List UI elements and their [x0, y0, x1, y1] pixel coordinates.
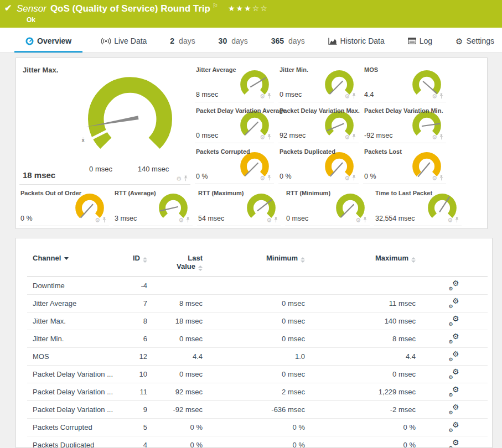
- channel-settings-gears-icon[interactable]: ⚙⚙: [449, 280, 459, 290]
- cell-id: 9: [121, 401, 152, 419]
- channel-settings-gears-icon[interactable]: ⚙⚙: [449, 334, 459, 343]
- channel-settings-gears-icon[interactable]: ⚙⚙: [449, 387, 459, 396]
- channel-row-packets-duplicated[interactable]: Packets Duplicated40 %0 %0 %⚙⚙: [27, 436, 488, 448]
- pin-icon[interactable]: [439, 93, 444, 100]
- cell-maximum: 8 msec: [309, 330, 420, 348]
- gauge-scale-max: 140 msec: [138, 165, 169, 173]
- gear-icon[interactable]: ⚙: [260, 93, 265, 100]
- channel-row-packet-delay-variation[interactable]: Packet Delay Variation ...1192 msec2 mse…: [27, 383, 488, 401]
- channel-row-packet-delay-variation[interactable]: Packet Delay Variation ...9-92 msec-636 …: [27, 401, 488, 419]
- tab-label: Overview: [37, 37, 71, 45]
- cell-last-value: 4.4: [152, 348, 207, 366]
- channel-row-packets-corrupted[interactable]: Packets Corrupted50 %0 %0 %⚙⚙: [27, 419, 488, 436]
- pin-icon[interactable]: [351, 93, 356, 100]
- channel-row-jitter-average[interactable]: Jitter Average78 msec0 msec11 msec⚙⚙: [27, 295, 488, 312]
- gauge-jitter-average[interactable]: Jitter Average8 msec⚙: [195, 61, 274, 102]
- channel-settings-gears-icon[interactable]: ⚙⚙: [449, 404, 459, 414]
- gear-icon[interactable]: ⚙: [344, 93, 350, 100]
- column-header-minimum[interactable]: Minimum: [207, 252, 309, 277]
- gear-icon[interactable]: ⚙: [344, 175, 350, 181]
- gear-icon[interactable]: ⚙: [355, 217, 361, 223]
- gauge-packet-delay-variation-max[interactable]: Packet Delay Variation Max.92 msec⚙: [278, 102, 359, 143]
- cell-last-value: 18 msec: [152, 312, 207, 330]
- channel-settings-gears-icon[interactable]: ⚙⚙: [449, 351, 459, 361]
- gear-icon[interactable]: ⚙: [432, 134, 437, 140]
- tab-historic-data[interactable]: Historic Data: [324, 37, 389, 53]
- pin-icon[interactable]: [439, 175, 444, 182]
- pin-icon[interactable]: [267, 134, 272, 141]
- channel-row-packet-delay-variation[interactable]: Packet Delay Variation ...100 msec0 msec…: [27, 366, 488, 383]
- gauge-packets-lost[interactable]: Packets Lost0 %⚙: [363, 143, 446, 184]
- gauge-mos[interactable]: MOS4.4⚙: [363, 61, 446, 102]
- column-header-maximum[interactable]: Maximum: [309, 252, 420, 277]
- tab-2-days[interactable]: 2days: [165, 37, 199, 53]
- gauge-packets-corrupted[interactable]: Packets Corrupted0 %⚙: [195, 143, 274, 184]
- star-rating[interactable]: ★★★☆☆: [228, 4, 268, 13]
- channel-row-jitter-max[interactable]: Jitter Max.818 msec0 msec140 msec⚙⚙: [27, 312, 488, 330]
- pin-icon[interactable]: [439, 134, 444, 141]
- tab-bar: OverviewLive Data2days30days365daysHisto…: [0, 28, 502, 53]
- gauge-jitter-max[interactable]: Jitter Max. x̄ 0 msec 140 msec 18 msec ⚙: [19, 61, 190, 185]
- pin-icon[interactable]: [351, 134, 356, 141]
- tab-overview[interactable]: Overview: [14, 37, 82, 53]
- column-header-last-value[interactable]: LastValue: [152, 252, 207, 277]
- channel-settings-gears-icon[interactable]: ⚙⚙: [449, 369, 459, 378]
- gear-icon[interactable]: ⚙: [432, 175, 437, 181]
- pin-icon[interactable]: [102, 217, 107, 224]
- gear-icon[interactable]: ⚙: [178, 217, 184, 223]
- cell-minimum: 0 msec: [207, 295, 309, 312]
- gear-icon[interactable]: ⚙: [432, 93, 437, 100]
- cell-channel: Jitter Min.: [27, 330, 121, 348]
- tab-365-days[interactable]: 365days: [267, 37, 309, 53]
- gear-icon[interactable]: ⚙: [176, 176, 182, 182]
- pin-icon[interactable]: [351, 175, 356, 182]
- gear-icon[interactable]: ⚙: [266, 217, 272, 223]
- gauge-packets-duplicated[interactable]: Packets Duplicated0 %⚙: [278, 143, 359, 184]
- gauge-jitter-min[interactable]: Jitter Min.0 msec⚙: [278, 61, 359, 102]
- gear-icon[interactable]: ⚙: [95, 217, 100, 223]
- channel-row-jitter-min[interactable]: Jitter Min.60 msec0 msec8 msec⚙⚙: [27, 330, 488, 348]
- pin-icon[interactable]: [267, 175, 272, 182]
- pin-icon[interactable]: [185, 217, 190, 224]
- column-header-actions: [420, 252, 488, 277]
- pin-icon[interactable]: [267, 93, 272, 100]
- gear-icon[interactable]: ⚙: [260, 134, 265, 140]
- gauge-title: Time to Last Packet: [375, 190, 432, 196]
- channel-row-mos[interactable]: MOS124.41.04.4⚙⚙: [27, 348, 488, 366]
- channel-settings-gears-icon[interactable]: ⚙⚙: [449, 440, 459, 448]
- gear-icon[interactable]: ⚙: [447, 217, 453, 223]
- status-badge: Ok: [27, 16, 35, 24]
- tab-log[interactable]: Log: [403, 37, 437, 53]
- pin-icon[interactable]: [273, 217, 278, 224]
- tab-settings[interactable]: ⚙Settings: [451, 37, 499, 53]
- gear-icon[interactable]: ⚙: [260, 175, 265, 181]
- gauge-arc: x̄: [77, 76, 183, 172]
- gauge-rtt-minimum[interactable]: RTT (Minimum)0 msec⚙: [285, 185, 370, 226]
- pin-icon[interactable]: [363, 217, 368, 224]
- flag-icon[interactable]: ⚐: [213, 2, 218, 9]
- pin-icon[interactable]: [454, 217, 459, 224]
- cell-minimum: 0 msec: [207, 330, 309, 348]
- gauge-packets-out-of-order[interactable]: Packets Out of Order0 %⚙: [19, 185, 109, 226]
- gauge-rtt-maximum[interactable]: RTT (Maximum)54 msec⚙: [197, 185, 281, 226]
- gauge-rtt-average[interactable]: RTT (Average)3 msec⚙: [113, 185, 193, 226]
- gauge-packet-delay-variation-average[interactable]: Packet Delay Variation Average0 msec⚙: [195, 102, 274, 143]
- channel-settings-gears-icon[interactable]: ⚙⚙: [449, 298, 459, 308]
- column-header-id[interactable]: ID: [121, 252, 152, 277]
- channel-settings-gears-icon[interactable]: ⚙⚙: [449, 316, 459, 325]
- cell-last-value: [152, 277, 207, 295]
- gauge-time-to-last-packet[interactable]: Time to Last Packet32,554 msec⚙: [374, 185, 462, 226]
- pin-icon[interactable]: [183, 175, 188, 183]
- channel-row-downtime[interactable]: Downtime-4⚙⚙: [27, 277, 488, 295]
- gauge-title: Packets Duplicated: [280, 148, 335, 155]
- column-header-channel[interactable]: Channel: [27, 252, 121, 277]
- gear-icon[interactable]: ⚙: [344, 134, 350, 140]
- gauge-title: Packets Corrupted: [196, 148, 250, 155]
- channel-settings-gears-icon[interactable]: ⚙⚙: [449, 422, 459, 431]
- tab-live-data[interactable]: Live Data: [97, 37, 151, 53]
- channels-panel: ChannelIDLastValueMinimumMaximum Downtim…: [15, 238, 493, 448]
- gauge-packet-delay-variation-min[interactable]: Packet Delay Variation Min.-92 msec⚙: [363, 102, 446, 143]
- cell-id: 10: [121, 366, 152, 383]
- tab-30-days[interactable]: 30days: [214, 37, 252, 53]
- tab-number: 30: [219, 37, 227, 45]
